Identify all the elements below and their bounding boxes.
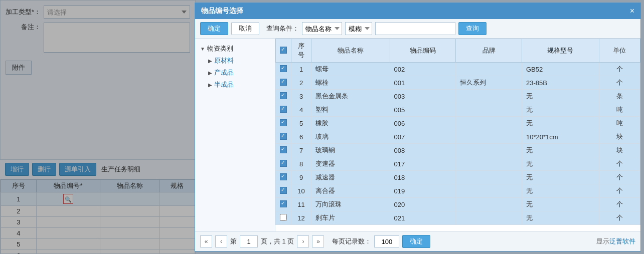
- per-page-input[interactable]: [374, 235, 399, 247]
- row-unit: 吨: [599, 103, 640, 117]
- list-item: 1螺母002GB52个: [276, 63, 640, 76]
- row-code: 021: [390, 211, 456, 225]
- row-seq: 9: [291, 171, 311, 184]
- row-name: 万向滚珠: [311, 198, 390, 211]
- page-label: 第: [230, 237, 237, 246]
- row-unit: 个: [599, 171, 640, 184]
- query-button[interactable]: 查询: [458, 22, 487, 35]
- tree-root-label: 物资类别: [207, 44, 233, 53]
- row-checkbox[interactable]: [280, 79, 287, 86]
- tree-child-node[interactable]: ▶产成品: [206, 67, 272, 79]
- row-code: 002: [390, 63, 456, 76]
- row-checkbox[interactable]: [280, 119, 287, 126]
- row-checkbox-cell[interactable]: [276, 63, 291, 76]
- modal-toolbar: 确定 取消 查询条件： 物品名称物品编码规格型号 模糊精确 查询: [195, 19, 640, 39]
- row-seq: 5: [291, 117, 311, 130]
- row-name: 刹车片: [311, 211, 390, 225]
- list-item: 8变速器017无个: [276, 157, 640, 171]
- row-seq: 7: [291, 144, 311, 157]
- row-checkbox-cell[interactable]: [276, 157, 291, 171]
- row-seq: 11: [291, 198, 311, 211]
- row-brand: 恒久系列: [456, 76, 522, 90]
- modal-cancel-button[interactable]: 取消: [231, 22, 259, 35]
- row-checkbox-cell[interactable]: [276, 90, 291, 103]
- row-spec: 无: [522, 90, 599, 103]
- row-brand: [456, 184, 522, 198]
- row-unit: 条: [599, 90, 640, 103]
- row-name: 橡胶: [311, 117, 390, 130]
- row-checkbox-cell[interactable]: [276, 211, 291, 225]
- list-item: 4塑料005无吨: [276, 103, 640, 117]
- query-mode-select[interactable]: 模糊精确: [345, 22, 372, 35]
- col-header-4: 品牌: [456, 39, 522, 63]
- row-checkbox[interactable]: [280, 214, 287, 221]
- row-checkbox-cell[interactable]: [276, 117, 291, 130]
- row-seq: 8: [291, 157, 311, 171]
- row-checkbox-cell[interactable]: [276, 76, 291, 90]
- row-checkbox[interactable]: [280, 146, 287, 153]
- query-input[interactable]: [375, 22, 455, 35]
- next-page-button[interactable]: ›: [297, 235, 309, 247]
- row-checkbox-cell[interactable]: [276, 103, 291, 117]
- query-condition-label: 查询条件：: [266, 24, 299, 33]
- row-checkbox-cell[interactable]: [276, 171, 291, 184]
- tree-children: ▶原材料▶产成品▶半成品: [198, 55, 272, 91]
- prev-page-button[interactable]: ‹: [215, 235, 227, 247]
- row-brand: [456, 90, 522, 103]
- row-checkbox[interactable]: [280, 160, 287, 167]
- row-checkbox[interactable]: [280, 106, 287, 113]
- row-checkbox-cell[interactable]: [276, 198, 291, 211]
- row-name: 变速器: [311, 157, 390, 171]
- row-checkbox[interactable]: [280, 200, 287, 207]
- row-checkbox-cell[interactable]: [276, 144, 291, 157]
- row-code: 020: [390, 198, 456, 211]
- modal-dialog: 物品编号选择 × 确定 取消 查询条件： 物品名称物品编码规格型号 模糊精确 查…: [195, 3, 641, 251]
- total-pages-text: 页，共 1 页: [261, 237, 294, 246]
- row-brand: [456, 63, 522, 76]
- row-brand: [456, 211, 522, 225]
- tree-child-node[interactable]: ▶原材料: [206, 55, 272, 67]
- data-table: 序号物品名称物品编码品牌规格型号单位 1螺母002GB52个2螺栓001恒久系列…: [275, 39, 640, 225]
- row-unit: 个: [599, 184, 640, 198]
- tree-root[interactable]: ▼ 物资类别: [198, 43, 272, 55]
- list-item: 2螺栓001恒久系列23-85B个: [276, 76, 640, 90]
- modal-confirm-button[interactable]: 确定: [200, 22, 228, 35]
- row-spec: 无: [522, 103, 599, 117]
- row-name: 玻璃: [311, 130, 390, 144]
- first-page-button[interactable]: «: [200, 235, 212, 247]
- row-checkbox-cell[interactable]: [276, 130, 291, 144]
- col-header-5: 规格型号: [522, 39, 599, 63]
- row-checkbox[interactable]: [280, 65, 287, 72]
- row-checkbox[interactable]: [280, 92, 287, 99]
- row-brand: [456, 130, 522, 144]
- row-checkbox[interactable]: [280, 187, 287, 194]
- row-spec: 23-85B: [522, 76, 599, 90]
- footer-confirm-button[interactable]: 确定: [402, 235, 430, 248]
- last-page-button[interactable]: »: [312, 235, 324, 247]
- col-header-0: [276, 39, 291, 63]
- row-seq: 3: [291, 90, 311, 103]
- row-seq: 1: [291, 63, 311, 76]
- row-seq: 10: [291, 184, 311, 198]
- row-checkbox[interactable]: [280, 133, 287, 140]
- col-header-2: 物品名称: [311, 39, 390, 63]
- page-number-input[interactable]: [240, 235, 258, 247]
- query-field-select[interactable]: 物品名称物品编码规格型号: [302, 22, 342, 35]
- row-spec: 无: [522, 171, 599, 184]
- row-spec: 无: [522, 157, 599, 171]
- data-table-wrapper[interactable]: 序号物品名称物品编码品牌规格型号单位 1螺母002GB52个2螺栓001恒久系列…: [275, 39, 640, 231]
- row-name: 减速器: [311, 171, 390, 184]
- row-checkbox-cell[interactable]: [276, 184, 291, 198]
- row-spec: 无: [522, 198, 599, 211]
- modal-close-button[interactable]: ×: [630, 7, 634, 15]
- row-checkbox[interactable]: [280, 173, 287, 180]
- tree-child-node[interactable]: ▶半成品: [206, 79, 272, 91]
- row-code: 008: [390, 144, 456, 157]
- display-label: 显示: [596, 237, 609, 245]
- row-code: 005: [390, 103, 456, 117]
- list-item: 3黑色金属条003无条: [276, 90, 640, 103]
- row-unit: 块: [599, 144, 640, 157]
- row-brand: [456, 144, 522, 157]
- row-seq: 12: [291, 211, 311, 225]
- row-unit: 个: [599, 63, 640, 76]
